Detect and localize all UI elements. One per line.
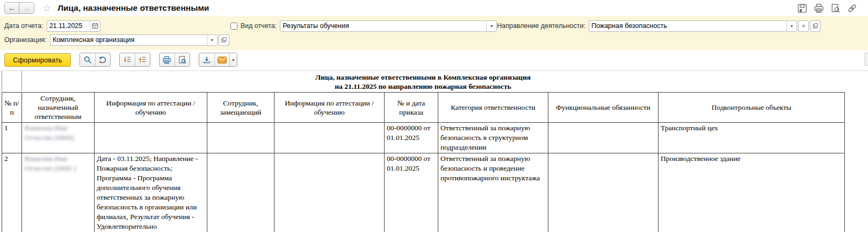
- report-date-label: Дата отчета:: [4, 22, 44, 30]
- filter-panel: Дата отчета: Вид отчета: ▼ Направление д…: [0, 16, 868, 50]
- report-title: Лица, назначенные ответственными в Компл…: [2, 72, 844, 92]
- cell-order[interactable]: 00-0000000 от 01.01.2025: [385, 123, 438, 153]
- redacted-employee-name[interactable]: Фамилия Имя Отчество (0000 ): [24, 154, 76, 172]
- cell-num[interactable]: 1: [2, 123, 22, 153]
- direction-group: Направление деятельности: ▼ ×: [497, 20, 821, 32]
- save-to-file-button[interactable]: [199, 53, 214, 66]
- print-preview-button[interactable]: [175, 53, 190, 66]
- expand-groups-icon: [123, 55, 132, 64]
- search-icon: [83, 55, 92, 64]
- back-arrow-icon: ←: [8, 4, 16, 12]
- direction-input[interactable]: [589, 21, 786, 31]
- cell-attestation[interactable]: Дата - 03.11.2025; Направление - Пожарна…: [95, 153, 207, 232]
- cell-category[interactable]: Ответственный за пожарную безопасность в…: [438, 123, 548, 153]
- email-dropdown-button[interactable]: ▼: [229, 53, 237, 66]
- cell-order[interactable]: 00-0000000 от 01.01.2025: [385, 153, 438, 232]
- cell-objects[interactable]: Производственное здание: [659, 153, 845, 232]
- direction-label: Направление деятельности:: [497, 22, 585, 30]
- forward-arrow-icon: →: [23, 4, 31, 12]
- report-table: № п/п Сотрудник, назначенный ответственн…: [2, 92, 845, 232]
- report-kind-field: ▼: [280, 20, 497, 32]
- send-email-button[interactable]: [214, 53, 229, 66]
- cell-substitute-attestation[interactable]: [274, 123, 385, 153]
- cell-duties[interactable]: [548, 123, 659, 153]
- organization-dropdown[interactable]: ▼: [207, 35, 217, 45]
- cell-objects[interactable]: Транспортный цех: [659, 123, 845, 153]
- cell-substitute-attestation[interactable]: [274, 153, 385, 232]
- chevron-down-icon: ▼: [210, 38, 214, 42]
- col-header-duties[interactable]: Функциональные обязанности: [548, 93, 659, 123]
- collapse-groups-button[interactable]: [135, 53, 150, 66]
- header-actions: [797, 3, 857, 13]
- nav-buttons: ← →: [4, 2, 34, 14]
- header-row: № п/п Сотрудник, назначенный ответственн…: [2, 93, 845, 123]
- print-icon[interactable]: [813, 3, 824, 13]
- cell-attestation[interactable]: [95, 123, 207, 153]
- overlapping-squares-icon: [221, 37, 227, 43]
- col-header-num[interactable]: № п/п: [2, 93, 22, 123]
- save-icon[interactable]: [797, 3, 807, 13]
- overlapping-squares-icon: [812, 23, 819, 29]
- back-button[interactable]: ←: [5, 3, 19, 13]
- calendar-icon[interactable]: [90, 21, 100, 31]
- col-header-objects[interactable]: Подконтрольные объекты: [659, 93, 845, 123]
- title-grid-lines: [2, 71, 22, 91]
- cell-employee: Фамилия Имя Отчество (0000 ): [22, 153, 95, 232]
- search-button[interactable]: [80, 53, 95, 66]
- report-toolbar: Сформировать ▼: [0, 50, 868, 71]
- direction-field: ▼: [589, 20, 797, 32]
- organization-field: ▼: [50, 34, 218, 46]
- print-preview-icon: [178, 55, 187, 65]
- refresh-icon: [98, 55, 107, 64]
- link-icon[interactable]: [847, 3, 857, 13]
- col-header-order[interactable]: № и дата приказа: [385, 93, 438, 123]
- organization-input[interactable]: [50, 35, 207, 45]
- cell-employee: Фамилия Имя Отчество (0000): [22, 123, 95, 153]
- print-button[interactable]: [160, 53, 175, 66]
- generate-button[interactable]: Сформировать: [4, 53, 71, 67]
- cell-num[interactable]: 2: [2, 153, 22, 232]
- cutoff-edge-button[interactable]: [865, 53, 868, 66]
- organization-choose-button[interactable]: [219, 34, 229, 46]
- print-group: [159, 53, 190, 67]
- export-group: ▼: [199, 53, 237, 67]
- search-group: [79, 53, 111, 67]
- chevron-down-icon: ▼: [490, 24, 494, 28]
- favorite-star-icon[interactable]: ☆: [42, 3, 51, 13]
- organization-label: Организация:: [4, 36, 47, 44]
- cell-substitute[interactable]: [207, 123, 274, 153]
- table-row: 2 Фамилия Имя Отчество (0000 ) Дата - 03…: [2, 153, 845, 232]
- expand-groups-button[interactable]: [120, 53, 135, 66]
- cell-duties[interactable]: [548, 153, 659, 232]
- forward-button[interactable]: →: [19, 3, 34, 13]
- col-header-substitute[interactable]: Сотрудник, замещающий: [207, 93, 274, 123]
- chevron-down-icon: ▼: [790, 24, 794, 28]
- clear-x-icon: ×: [802, 23, 805, 29]
- filter-row-2: Организация: ▼: [4, 33, 864, 47]
- printer-icon: [162, 55, 171, 65]
- report-title-line2: на 21.11.2025 по направлению пожарная бе…: [2, 82, 844, 91]
- page-title: Лица, назначенные ответственными: [57, 3, 209, 13]
- report-kind-input[interactable]: [280, 21, 486, 31]
- col-header-category[interactable]: Категория ответственности: [438, 93, 548, 123]
- report-date-input[interactable]: [47, 21, 90, 31]
- collapse-groups-icon: [138, 55, 147, 64]
- envelope-icon: [218, 57, 227, 64]
- groups-group: [119, 53, 150, 67]
- col-header-substitute-attestation[interactable]: Информация по аттестации / обучению: [274, 93, 385, 123]
- cell-category[interactable]: Ответственный за пожарную безопасность и…: [438, 153, 548, 232]
- col-header-employee[interactable]: Сотрудник, назначенный ответственным: [22, 93, 95, 123]
- report-kind-checkbox[interactable]: [230, 23, 237, 30]
- direction-choose-button[interactable]: [810, 20, 821, 32]
- col-header-attestation[interactable]: Информация по аттестации / обучению: [95, 93, 207, 123]
- report-area: Лица, назначенные ответственными в Компл…: [0, 71, 868, 232]
- direction-dropdown[interactable]: ▼: [786, 21, 797, 31]
- preview-icon[interactable]: [830, 3, 841, 13]
- refresh-button[interactable]: [95, 53, 110, 66]
- direction-clear-button[interactable]: ×: [798, 20, 809, 32]
- window-header: ← → ☆ Лица, назначенные ответственными: [0, 0, 868, 16]
- report-kind-dropdown[interactable]: ▼: [486, 21, 496, 31]
- redacted-employee-name[interactable]: Фамилия Имя Отчество (0000): [24, 124, 74, 142]
- cell-substitute[interactable]: [207, 153, 274, 232]
- report-title-line1: Лица, назначенные ответственными в Компл…: [2, 73, 844, 82]
